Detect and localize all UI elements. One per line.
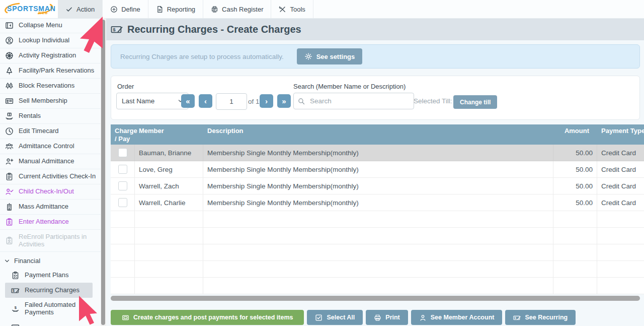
nav-tab-label: Define bbox=[121, 6, 140, 13]
sidebar-scrollbar-thumb[interactable] bbox=[101, 20, 105, 325]
collapse-icon bbox=[5, 21, 14, 30]
first-page-button[interactable]: « bbox=[181, 94, 195, 108]
clipboard-list-icon bbox=[11, 271, 20, 280]
sidebar-item[interactable]: Facility/Park Reservations bbox=[0, 63, 101, 79]
cell-member: Love, Greg bbox=[135, 161, 203, 178]
sidebar-item-label: Facility/Park Reservations bbox=[19, 67, 94, 75]
nav-tab-label: Reporting bbox=[167, 6, 195, 13]
doc-icon bbox=[156, 6, 164, 13]
sidebar-item-label: Block Reservations bbox=[19, 82, 74, 90]
footer-action-label: Select All bbox=[327, 314, 355, 321]
table-empty-row bbox=[111, 278, 644, 294]
cell-member: Warrell, Zach bbox=[135, 178, 203, 194]
nav-tab[interactable]: Tools bbox=[271, 0, 313, 18]
cell-description: Membership Single Monthly Membership(mon… bbox=[203, 161, 553, 178]
footer-action-button[interactable]: Select All bbox=[307, 310, 363, 325]
people-icon bbox=[5, 142, 14, 151]
sidebar-item[interactable]: Current Activities Check-In bbox=[0, 169, 101, 184]
table-empty-row bbox=[111, 261, 644, 278]
cell-member: Bauman, Brianne bbox=[135, 145, 203, 161]
square-check-icon bbox=[315, 314, 323, 321]
footer-action-label: Print bbox=[385, 314, 399, 321]
sidebar-item[interactable]: Block Reservations bbox=[0, 79, 101, 94]
sidebar-scrollbar[interactable] bbox=[101, 18, 106, 326]
column-header-payment-type: Payment Type bbox=[597, 124, 644, 145]
sidebar-item[interactable]: Manual Admittance bbox=[0, 154, 101, 169]
sidebar-group-label: Financial bbox=[14, 257, 40, 265]
last-page-button[interactable]: » bbox=[277, 94, 291, 108]
sidebar-item[interactable]: Mass Admittance bbox=[0, 200, 101, 215]
cell-payment-type: Credit Card bbox=[597, 161, 644, 178]
order-select[interactable]: Last Name bbox=[116, 93, 189, 109]
cell-description: Membership Single Monthly Membership(mon… bbox=[203, 178, 553, 194]
gear-icon bbox=[304, 52, 312, 60]
sidebar-group-financial[interactable]: Financial bbox=[0, 252, 101, 268]
see-settings-button[interactable]: See settings bbox=[297, 48, 363, 64]
footer-action-button[interactable]: See Recurring bbox=[505, 310, 576, 325]
clipboard-person-icon bbox=[5, 236, 14, 245]
cell-amount: 50.00 bbox=[553, 145, 597, 161]
pointer-arrow-recurring-charges bbox=[78, 295, 99, 325]
footer-action-label: See Recurring bbox=[525, 314, 568, 321]
person-icon bbox=[419, 314, 427, 321]
sidebar-item[interactable]: Admittance Control bbox=[0, 139, 101, 154]
money-check-icon bbox=[11, 286, 20, 295]
table-horizontal-scrollbar-thumb[interactable] bbox=[111, 296, 640, 301]
nav-tab[interactable]: Reporting bbox=[148, 0, 203, 18]
change-till-button[interactable]: Change till bbox=[453, 95, 497, 109]
table-row[interactable]: Warrell, Zach Membership Single Monthly … bbox=[111, 178, 644, 194]
app-logo[interactable]: SPORTSMAN WEB bbox=[0, 0, 58, 18]
money-check-icon bbox=[111, 23, 123, 35]
table-row[interactable]: Love, Greg Membership Single Monthly Mem… bbox=[111, 161, 644, 178]
sidebar-item[interactable]: Sell Membership bbox=[0, 94, 101, 109]
clipboard-icon bbox=[5, 172, 14, 181]
table-horizontal-scrollbar[interactable] bbox=[111, 295, 642, 301]
cell-amount: 50.00 bbox=[553, 194, 597, 211]
page-header: Recurring Charges - Create Charges bbox=[106, 18, 644, 40]
nav-tab[interactable]: Cash Register bbox=[203, 0, 271, 18]
footer-action-button[interactable]: See Member Account bbox=[411, 310, 503, 325]
footer-action-button[interactable]: Print bbox=[366, 310, 408, 325]
column-header-description: Description bbox=[203, 124, 553, 145]
circle-plus-icon bbox=[110, 6, 118, 13]
cell-amount: 50.00 bbox=[553, 178, 597, 194]
chevron-down-icon bbox=[4, 258, 10, 264]
recurring-charges-table: Charge / Pay Member Description Amount P… bbox=[111, 124, 644, 294]
sidebar-subitem[interactable]: Payment Plans bbox=[0, 268, 101, 283]
sidebar-item[interactable]: Enter Attendance bbox=[0, 215, 101, 230]
cell-amount: 50.00 bbox=[553, 161, 597, 178]
footer-action-button[interactable]: Create charges and post payments for sel… bbox=[111, 310, 304, 325]
sidebar-item[interactable]: Child Check-In/Out bbox=[0, 184, 101, 200]
clock-icon bbox=[5, 127, 14, 136]
nav-tab[interactable]: Define bbox=[103, 0, 148, 18]
row-checkbox[interactable] bbox=[118, 165, 127, 174]
printer-icon bbox=[374, 314, 381, 321]
table-row[interactable]: Bauman, Brianne Membership Single Monthl… bbox=[111, 145, 644, 161]
footer-action-label: Create charges and post payments for sel… bbox=[133, 314, 293, 321]
sidebar-item[interactable]: ReEnroll Participants in Activities bbox=[0, 230, 101, 252]
sidebar-item-label: Current Activities Check-In bbox=[19, 173, 96, 180]
sidebar-item[interactable]: Rentals bbox=[0, 109, 101, 124]
search-input[interactable] bbox=[309, 97, 410, 105]
sidebar-item[interactable]: Edit Timecard bbox=[0, 124, 101, 139]
selected-till-label: Selected Till: bbox=[414, 97, 452, 105]
table-row[interactable]: Warrell, Charlie Membership Single Month… bbox=[111, 194, 644, 211]
prev-page-button[interactable]: ‹ bbox=[199, 94, 212, 108]
nav-tab-label: Action bbox=[76, 6, 95, 13]
sidebar-item-label: Collapse Menu bbox=[19, 22, 62, 29]
ball-icon bbox=[5, 51, 14, 60]
column-header-charge-pay: Charge / Pay bbox=[111, 124, 135, 145]
page-number-input[interactable] bbox=[216, 93, 247, 110]
sidebar-item-label: Enter Attendance bbox=[19, 218, 69, 226]
cell-description: Membership Single Monthly Membership(mon… bbox=[203, 194, 553, 211]
row-checkbox[interactable] bbox=[118, 148, 127, 157]
table-empty-row bbox=[111, 244, 644, 261]
next-page-button[interactable]: › bbox=[260, 94, 273, 108]
cell-payment-type: Credit Card bbox=[597, 194, 644, 211]
rentals-icon bbox=[5, 112, 14, 120]
row-checkbox[interactable] bbox=[118, 181, 127, 190]
sidebar-subitem-label: Recurring Charges bbox=[25, 287, 79, 294]
row-checkbox[interactable] bbox=[118, 198, 127, 207]
hand-coin-icon bbox=[11, 304, 20, 313]
pointer-arrow-action bbox=[79, 16, 105, 55]
